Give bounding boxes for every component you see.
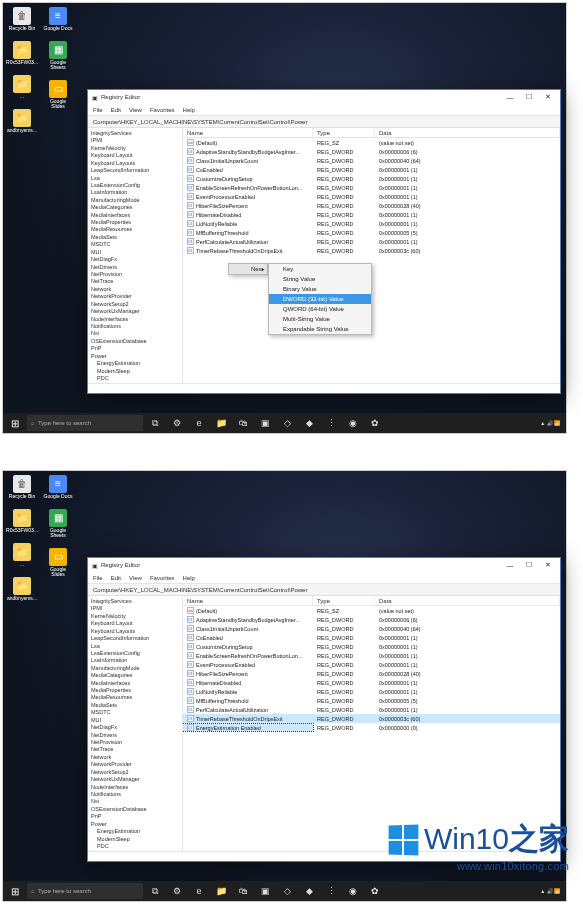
tree-item[interactable]: NetDiagFx [91,724,180,731]
value-row[interactable]: 01CsEnabledREG_DWORD0x00000001 (1) [183,165,560,174]
context-item-binary-value[interactable]: Binary Value [269,284,371,294]
tree-item[interactable]: MediaSets [91,234,180,241]
desktop-icon-gslides[interactable]: ▭Google Slides [43,80,73,109]
tree-item[interactable]: IPMI [91,137,180,144]
tree-item[interactable]: NetworkProvider [91,761,180,768]
col-header-data[interactable]: Data [375,128,560,137]
tree-item[interactable]: LsaExtensionConfig [91,182,180,189]
close-button[interactable]: ✕ [540,90,556,104]
context-menu-main[interactable]: New [228,263,268,275]
system-tray[interactable]: ▲ 🔊 📶 [540,888,564,894]
tree-panel[interactable]: IntegrityServicesIPMIKernelVelocityKeybo… [88,128,183,383]
context-item-key[interactable]: Key [269,264,371,274]
menu-file[interactable]: File [93,575,103,581]
value-row[interactable]: 01Class1InitialUnparkCountREG_DWORD0x000… [183,156,560,165]
tree-item[interactable]: NetworkUxManager [91,776,180,783]
value-row[interactable]: 01CustomizeDuringSetupREG_DWORD0x0000000… [183,174,560,183]
value-row[interactable]: 01AdaptiveStandbyStandbyBudgetAvgInter..… [183,615,560,624]
tree-item[interactable]: ManufacturingMode [91,665,180,672]
taskbar-edge-icon[interactable]: e [189,881,209,901]
menu-file[interactable]: File [93,107,103,113]
search-box[interactable]: ⌕ Type here to search [27,883,143,899]
tree-item[interactable]: MediaResources [91,226,180,233]
start-button[interactable]: ⊞ [5,881,25,901]
tree-item[interactable]: NetworkSetup2 [91,769,180,776]
value-name-edit[interactable]: EnergyEstimation Enabled [196,725,261,731]
tree-item[interactable]: MediaCategories [91,672,180,679]
tree-item[interactable]: Keyboard Layout [91,152,180,159]
value-row[interactable]: 01EnableScreenRefreshOnPowerButtonLon...… [183,651,560,660]
col-header-type[interactable]: Type [313,596,375,605]
value-row[interactable]: 01MfBufferingThresholdREG_DWORD0x0000000… [183,228,560,237]
context-item-qword-64-bit-value[interactable]: QWORD (64-bit) Value [269,304,371,314]
desktop-icon-gsheets[interactable]: ▦Google Sheets [43,509,73,538]
value-row[interactable]: 01Class1InitialUnparkCountREG_DWORD0x000… [183,624,560,633]
tree-item[interactable]: NetworkSetup2 [91,301,180,308]
tree-item[interactable]: LsaInformation [91,189,180,196]
tree-item[interactable]: Keyboard Layout [91,620,180,627]
tree-item[interactable]: KernelVelocity [91,613,180,620]
value-row[interactable]: 01MfBufferingThresholdREG_DWORD0x0000000… [183,696,560,705]
tree-item[interactable]: Power [91,353,180,360]
maximize-button[interactable]: ☐ [521,558,537,572]
taskbar-app-4[interactable]: ⋮ [321,413,341,433]
tree-item[interactable]: IntegrityServices [91,130,180,137]
tree-item[interactable]: NetTrace [91,278,180,285]
tree-item[interactable]: MediaResources [91,694,180,701]
menu-favorites[interactable]: Favorites [150,575,175,581]
tree-subitem[interactable]: ModernSleep [91,836,180,843]
taskbar-app-3[interactable]: ◆ [299,881,319,901]
tree-item[interactable]: NetProvision [91,271,180,278]
tree-item[interactable]: Keyboard Layouts [91,628,180,635]
tree-item[interactable]: Network [91,286,180,293]
value-row[interactable]: 01PerfCalculateActualUtilizationREG_DWOR… [183,237,560,246]
tree-subitem[interactable]: EnergyEstimation [91,360,180,367]
value-row[interactable]: 01HibernateDisabledREG_DWORD0x00000001 (… [183,678,560,687]
start-button[interactable]: ⊞ [5,413,25,433]
taskbar-app-5[interactable]: ✿ [365,413,385,433]
tree-subitem[interactable]: PDC [91,843,180,850]
tree-item[interactable]: NetTrace [91,746,180,753]
address-bar[interactable]: Computer\HKEY_LOCAL_MACHINE\SYSTEM\Curre… [88,116,560,128]
taskbar-steam-icon[interactable]: ◉ [343,881,363,901]
maximize-button[interactable]: ☐ [521,90,537,104]
value-row[interactable]: 01TimerRebaseThresholdOnDripsExitREG_DWO… [183,714,560,723]
value-row[interactable]: 01EventProcessorEnabledREG_DWORD0x000000… [183,660,560,669]
address-bar[interactable]: Computer\HKEY_LOCAL_MACHINE\SYSTEM\Curre… [88,584,560,596]
taskbar-app-1[interactable]: ⚙ [167,881,187,901]
tree-item[interactable]: MUI [91,717,180,724]
minimize-button[interactable]: — [502,558,518,572]
tree-item[interactable]: ManufacturingMode [91,197,180,204]
tree-item[interactable]: OSExtensionDatabase [91,806,180,813]
titlebar[interactable]: ▣ Registry Editor — ☐ ✕ [88,90,560,104]
values-list[interactable]: Name Type Data ab(Default)REG_SZ(value n… [183,596,560,851]
tree-item[interactable]: KernelVelocity [91,145,180,152]
tree-item[interactable]: LsaExtensionConfig [91,650,180,657]
tree-item[interactable]: Network [91,754,180,761]
value-row[interactable]: 01LidNotifyReliableREG_DWORD0x00000001 (… [183,687,560,696]
tree-item[interactable]: NetworkProvider [91,293,180,300]
menu-view[interactable]: View [129,107,142,113]
tree-item[interactable]: NodeInterfaces [91,316,180,323]
desktop-icon-gdocs[interactable]: ≡Google Docs [43,475,73,499]
context-item-string-value[interactable]: String Value [269,274,371,284]
tree-item[interactable]: MSDTC [91,709,180,716]
desktop-icon-folder2[interactable]: 📁... [7,543,37,567]
minimize-button[interactable]: — [502,90,518,104]
menu-favorites[interactable]: Favorites [150,107,175,113]
value-row[interactable]: 01CsEnabledREG_DWORD0x00000001 (1) [183,633,560,642]
value-row[interactable]: 01EnableScreenRefreshOnPowerButtonLon...… [183,183,560,192]
col-header-name[interactable]: Name [183,128,313,137]
desktop-icon-gdocs[interactable]: ≡Google Docs [43,7,73,31]
taskbar-steam-icon[interactable]: ◉ [343,413,363,433]
tree-item[interactable]: MediaProperties [91,219,180,226]
menu-view[interactable]: View [129,575,142,581]
desktop-icon-folder2[interactable]: 📁... [7,75,37,99]
value-row[interactable]: 01TimerRebaseThresholdOnDripsExitREG_DWO… [183,246,560,255]
tree-item[interactable]: LeapSecondInformation [91,167,180,174]
tree-subitem[interactable]: EnergyEstimation [91,828,180,835]
task-view-icon[interactable]: ⧉ [145,881,165,901]
desktop-icon-folder1[interactable]: 📁R0x53FW03... [7,41,37,65]
tree-item[interactable]: MSDTC [91,241,180,248]
desktop-icon-gsheets[interactable]: ▦Google Sheets [43,41,73,70]
